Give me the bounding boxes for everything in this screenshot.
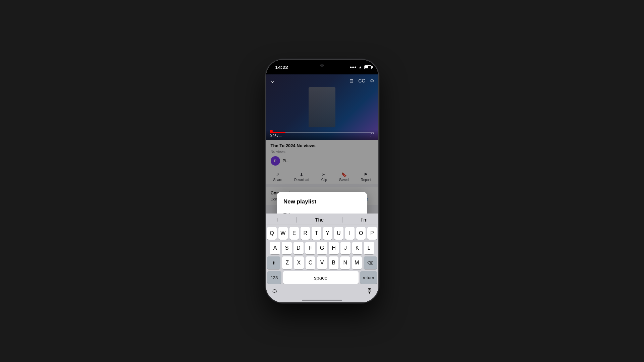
key-x[interactable]: X xyxy=(294,256,304,269)
key-p[interactable]: P xyxy=(367,227,377,240)
home-indicator xyxy=(266,298,378,302)
delete-key[interactable]: ⌫ xyxy=(364,256,377,269)
wifi-icon: ▲ xyxy=(359,65,362,69)
cast-icon[interactable]: ⊡ xyxy=(350,78,354,83)
suggestion-im[interactable]: I'm xyxy=(358,216,370,223)
camera-dot xyxy=(320,64,324,67)
key-v[interactable]: V xyxy=(317,256,327,269)
shift-key[interactable]: ⬆ xyxy=(267,256,280,269)
key-d[interactable]: D xyxy=(293,242,304,254)
video-area[interactable]: ⌄ ⊡ CC ⚙ 0:03 / ... ⛶ xyxy=(266,74,378,140)
keyboard-suggestions: I The I'm xyxy=(266,214,378,225)
chevron-down-icon[interactable]: ⌄ xyxy=(270,77,275,84)
video-top-bar: ⌄ ⊡ CC ⚙ xyxy=(266,77,378,84)
signal-icon: ●●● xyxy=(350,65,357,69)
screen: 14:22 ●●● ▲ ⌄ ⊡ CC ⚙ xyxy=(266,60,378,302)
key-row-3: ⬆ Z X C V B N M ⌫ xyxy=(267,256,377,269)
phone-frame: 14:22 ●●● ▲ ⌄ ⊡ CC ⚙ xyxy=(266,60,378,302)
key-n[interactable]: N xyxy=(340,256,350,269)
key-row-2: A S D F G H J K L xyxy=(267,242,377,254)
key-c[interactable]: C xyxy=(306,256,316,269)
key-t[interactable]: T xyxy=(312,227,321,240)
suggestion-divider-1 xyxy=(296,217,297,223)
key-m[interactable]: M xyxy=(352,256,362,269)
return-key[interactable]: return xyxy=(360,271,377,284)
playlist-title-input[interactable] xyxy=(283,210,361,214)
keyboard-rows: Q W E R T Y U I O P A S D F G H xyxy=(266,225,378,271)
dialog-overlay: New playlist 0/150 🔒 Private › xyxy=(266,140,378,214)
key-o[interactable]: O xyxy=(356,227,366,240)
space-key[interactable]: space xyxy=(283,271,359,284)
video-timestamp: 0:03 / ... xyxy=(270,134,374,138)
key-i[interactable]: I xyxy=(345,227,355,240)
keyboard: I The I'm Q W E R T Y U I O P xyxy=(266,214,378,302)
home-bar xyxy=(302,300,342,301)
expand-icon[interactable]: ⛶ xyxy=(370,133,374,138)
key-f[interactable]: F xyxy=(305,242,315,254)
key-k[interactable]: K xyxy=(352,242,362,254)
key-e[interactable]: E xyxy=(289,227,299,240)
notch xyxy=(302,60,342,71)
video-thumbnail-figure xyxy=(309,87,335,127)
battery-fill xyxy=(365,66,369,68)
suggestion-the[interactable]: The xyxy=(312,216,326,223)
key-b[interactable]: B xyxy=(329,256,339,269)
key-q[interactable]: Q xyxy=(267,227,276,240)
key-row-1: Q W E R T Y U I O P xyxy=(267,227,377,240)
video-bottom-bar: 0:03 / ... xyxy=(266,130,378,140)
key-w[interactable]: W xyxy=(278,227,288,240)
video-top-icons: ⊡ CC ⚙ xyxy=(350,78,374,83)
key-a[interactable]: A xyxy=(270,242,280,254)
progress-bar-container[interactable] xyxy=(270,132,374,133)
dialog-body: 0/150 🔒 Private › xyxy=(277,205,367,214)
emoji-icon[interactable]: ☺ xyxy=(271,287,278,295)
key-l[interactable]: L xyxy=(364,242,374,254)
key-r[interactable]: R xyxy=(301,227,310,240)
battery-icon xyxy=(364,65,372,69)
settings-icon[interactable]: ⚙ xyxy=(370,78,374,83)
suggestion-divider-2 xyxy=(342,217,342,223)
key-y[interactable]: Y xyxy=(323,227,332,240)
content-area: The To 2024 No views No views P Pi... ↗ … xyxy=(266,140,378,214)
numbers-key[interactable]: 123 xyxy=(267,271,281,284)
key-z[interactable]: Z xyxy=(282,256,292,269)
key-j[interactable]: J xyxy=(340,242,351,254)
key-s[interactable]: S xyxy=(282,242,292,254)
new-playlist-dialog: New playlist 0/150 🔒 Private › xyxy=(277,192,367,214)
dialog-title: New playlist xyxy=(277,192,367,205)
microphone-icon[interactable]: 🎙 xyxy=(366,287,373,295)
key-u[interactable]: U xyxy=(334,227,343,240)
status-icons: ●●● ▲ xyxy=(350,65,372,69)
title-input-container xyxy=(283,210,361,214)
key-g[interactable]: G xyxy=(317,242,327,254)
suggestion-i[interactable]: I xyxy=(274,216,280,223)
bottom-row: 123 space return xyxy=(266,271,378,284)
cc-icon[interactable]: CC xyxy=(358,78,365,83)
status-time: 14:22 xyxy=(275,64,288,70)
keyboard-bottom: ☺ 🎙 xyxy=(266,285,378,298)
key-h[interactable]: H xyxy=(329,242,339,254)
live-indicator xyxy=(270,130,273,132)
